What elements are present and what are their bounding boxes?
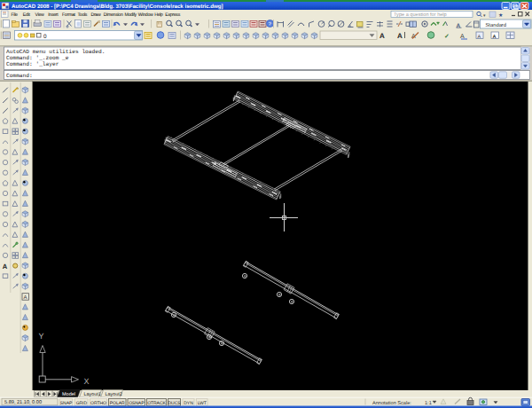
svg-text:A: A: [24, 294, 27, 301]
svg-text:Command: '_.zoom _e: Command: '_.zoom _e: [6, 55, 69, 61]
svg-text:OTRACK: OTRACK: [147, 401, 166, 406]
svg-text:Window: Window: [138, 12, 153, 18]
svg-text:Layout1: Layout1: [84, 392, 101, 397]
svg-text:Command:: Command:: [6, 73, 33, 79]
svg-text:ORTHO: ORTHO: [90, 401, 106, 406]
svg-text:Standard: Standard: [486, 22, 507, 28]
svg-text:Command: '_layer: Command: '_layer: [6, 61, 59, 67]
svg-text:A: A: [493, 35, 497, 40]
svg-text:A: A: [3, 263, 8, 271]
svg-text:1:1: 1:1: [425, 401, 432, 406]
svg-text:Edit: Edit: [23, 12, 31, 18]
svg-text:A: A: [379, 32, 385, 40]
svg-text:A: A: [397, 32, 403, 40]
svg-text:A: A: [478, 35, 481, 40]
svg-text:0: 0: [43, 34, 47, 40]
svg-text:X: X: [84, 377, 90, 386]
svg-text:Help: Help: [154, 12, 163, 18]
svg-text:View: View: [35, 12, 45, 18]
svg-text:★: ★: [498, 12, 503, 19]
svg-text:Tools: Tools: [78, 12, 88, 18]
svg-text:POLAR: POLAR: [110, 401, 125, 406]
svg-text:Type a question for help: Type a question for help: [394, 12, 447, 18]
svg-text:AutoCAD menu utilities loaded.: AutoCAD menu utilities loaded.: [6, 49, 105, 55]
svg-text:Dimension: Dimension: [104, 12, 123, 18]
svg-text:Annotation Scale:: Annotation Scale:: [372, 400, 411, 406]
svg-text:Y: Y: [39, 332, 44, 341]
svg-text:Layout2: Layout2: [106, 392, 122, 397]
svg-text:DYN: DYN: [184, 401, 193, 406]
svg-text:Format: Format: [62, 12, 75, 18]
svg-text:LWT: LWT: [198, 401, 207, 406]
svg-text:Express: Express: [165, 12, 180, 18]
svg-text:AutoCAD 2008 - [P:\PC4 Drawing: AutoCAD 2008 - [P:\PC4 Drawings\Bldg. 37…: [12, 4, 223, 10]
svg-text:Insert: Insert: [48, 12, 59, 18]
svg-text:File: File: [12, 12, 19, 18]
svg-text:SNAP: SNAP: [60, 401, 73, 406]
svg-text:OSNAP: OSNAP: [129, 401, 145, 406]
svg-text:Modify: Modify: [124, 12, 137, 18]
svg-text:✓: ✓: [444, 34, 450, 40]
svg-text:5.89, 21.10, 0.00: 5.89, 21.10, 0.00: [4, 400, 42, 405]
svg-text:Draw: Draw: [91, 12, 101, 18]
svg-text:Model: Model: [62, 392, 75, 397]
svg-text:GRID: GRID: [76, 401, 88, 406]
svg-text:DUCS: DUCS: [168, 401, 181, 406]
